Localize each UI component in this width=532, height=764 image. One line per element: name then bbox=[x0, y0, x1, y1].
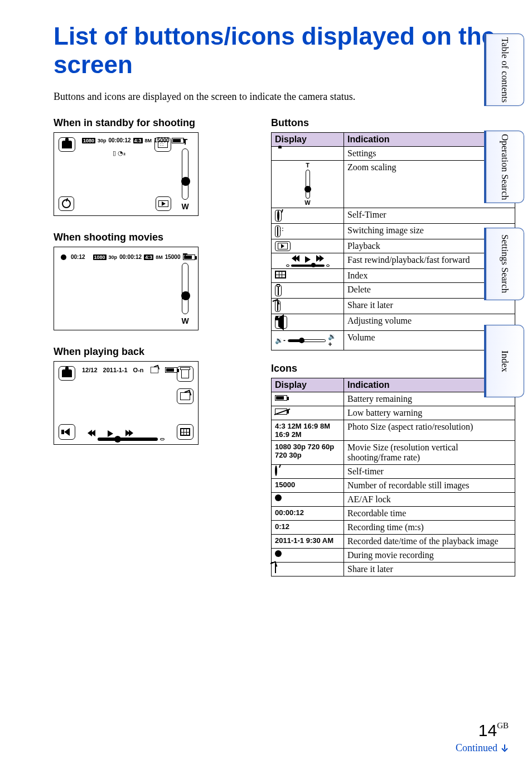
zoom-icon: TW bbox=[275, 162, 340, 206]
aspect-badge: 4:3 bbox=[144, 254, 153, 260]
cell-indication: AE/AF lock bbox=[344, 493, 515, 507]
share-icon bbox=[180, 392, 190, 400]
zoom-strip[interactable]: T W bbox=[177, 137, 194, 211]
zoom-t-label: T bbox=[177, 252, 194, 261]
volume-icon bbox=[278, 314, 284, 330]
heading-buttons: Buttons bbox=[271, 117, 515, 129]
recording-time-value: 0:12 bbox=[272, 521, 344, 535]
photo-mp: 8M bbox=[156, 254, 163, 260]
playback-button[interactable] bbox=[156, 196, 171, 211]
page-footer: 14GB Continued bbox=[456, 721, 509, 754]
intro-text: Buttons and icons are displayed on the s… bbox=[54, 91, 515, 103]
cell-indication: Recorded date/time of the playback image bbox=[344, 535, 515, 549]
recordable-time-value: 00:00:12 bbox=[272, 507, 344, 521]
playback-topline: 12/12 2011-1-1 O-n bbox=[82, 366, 177, 374]
continued-link[interactable]: Continued bbox=[456, 742, 509, 754]
page-number: 14 bbox=[478, 721, 497, 739]
self-timer-icon bbox=[62, 199, 71, 208]
table-row: Delete bbox=[272, 283, 515, 299]
aeaf-lock-icon bbox=[275, 494, 282, 501]
table-row: 00:00:12Recordable time bbox=[272, 507, 515, 521]
zoom-knob[interactable] bbox=[181, 177, 190, 186]
movie-fps: 30p bbox=[109, 254, 118, 260]
table-row: Self-timer bbox=[272, 465, 515, 479]
delete-button[interactable] bbox=[177, 366, 194, 382]
rewind-icon[interactable] bbox=[88, 429, 95, 439]
table-row: Battery remaining bbox=[272, 392, 515, 406]
play-icon bbox=[158, 200, 168, 207]
rec-elapsed: 00:12 bbox=[71, 254, 85, 260]
movie-format-badge: 1080 bbox=[93, 254, 107, 260]
volume-icon bbox=[64, 428, 70, 436]
heading-playback: When playing back bbox=[54, 346, 254, 358]
index-icon bbox=[275, 271, 286, 278]
table-row: Self-Timer bbox=[272, 208, 515, 224]
heading-movies: When shooting movies bbox=[54, 232, 254, 243]
table-row: 1080 30p 720 60p 720 30pMovie Size (reso… bbox=[272, 441, 515, 465]
cell-indication: Self-timer bbox=[344, 465, 515, 479]
buttons-table: DisplayIndication Settings TWZoom scalin… bbox=[271, 132, 515, 350]
index-button[interactable] bbox=[177, 424, 194, 440]
movies-topline: 00:12 1080 30p 00:00:12 4:3 8M 15000 bbox=[61, 254, 195, 260]
table-row: 2011-1-1 9:30 AMRecorded date/time of th… bbox=[272, 535, 515, 549]
count-value: 15000 bbox=[272, 479, 344, 493]
zoom-t-label: T bbox=[177, 137, 194, 146]
side-tabs: Table of contents Operation Search Setti… bbox=[484, 33, 524, 397]
share-icon bbox=[150, 367, 158, 373]
col-display: Display bbox=[272, 133, 344, 147]
standby-screen: 1080 30p 00:00:12 4:3 8M 15000 ▯ ◔₂ T W bbox=[54, 132, 199, 216]
table-row: During movie recording bbox=[272, 549, 515, 563]
arrow-down-icon bbox=[501, 744, 509, 752]
table-row: Share it later bbox=[272, 563, 515, 576]
tab-index[interactable]: Index bbox=[484, 325, 524, 397]
rec-dot-icon bbox=[61, 254, 66, 260]
icons-table: DisplayIndication Battery remaining Low … bbox=[271, 378, 515, 576]
self-timer-icon bbox=[275, 465, 277, 476]
playback-counter: 12/12 bbox=[82, 367, 98, 373]
zoom-knob[interactable] bbox=[181, 291, 190, 300]
photo-mp: 8M bbox=[145, 138, 152, 143]
playback-screen: 12/12 2011-1-1 O-n bbox=[54, 361, 199, 445]
volume-button[interactable] bbox=[59, 424, 75, 440]
col-display: Display bbox=[272, 378, 344, 392]
page-title: List of buttons/icons displayed on the s… bbox=[54, 22, 515, 79]
size-icon bbox=[277, 227, 278, 236]
image-size-button[interactable] bbox=[154, 137, 171, 152]
table-row: AE/AF lock bbox=[272, 493, 515, 507]
zoom-strip[interactable]: T W bbox=[177, 252, 194, 325]
cell-indication: Share it later bbox=[344, 563, 515, 576]
settings-button[interactable] bbox=[59, 137, 75, 152]
table-row: Settings bbox=[272, 147, 515, 161]
tab-settings-search[interactable]: Settings Search bbox=[484, 228, 524, 300]
table-row: Share it later bbox=[272, 299, 515, 314]
recorded-datetime-value: 2011-1-1 9:30 AM bbox=[272, 535, 344, 549]
standby-subline: ▯ ◔₂ bbox=[113, 150, 125, 157]
table-row: 15000Number of recordable still images bbox=[272, 479, 515, 493]
transport-icon bbox=[275, 255, 340, 267]
table-row: 0:12Recording time (m:s) bbox=[272, 521, 515, 535]
heading-icons: Icons bbox=[271, 363, 515, 374]
table-row: Fast rewind/playback/fast forward bbox=[272, 253, 515, 269]
battery-icon bbox=[275, 395, 287, 401]
tab-toc[interactable]: Table of contents bbox=[484, 33, 524, 106]
zoom-track bbox=[182, 263, 188, 314]
playback-progress[interactable] bbox=[98, 438, 165, 441]
cell-indication: During movie recording bbox=[344, 549, 515, 563]
share-icon bbox=[275, 564, 276, 573]
self-timer-button[interactable] bbox=[59, 196, 74, 211]
zoom-w-label: W bbox=[177, 202, 194, 211]
play-icon[interactable] bbox=[108, 430, 113, 437]
table-row: Playback bbox=[272, 239, 515, 253]
tab-operation-search[interactable]: Operation Search bbox=[484, 131, 524, 203]
table-row: Switching image size bbox=[272, 224, 515, 239]
share-icon bbox=[277, 301, 278, 311]
movie-size-icon: 1080 30p 720 60p 720 30p bbox=[272, 441, 344, 465]
settings-button[interactable] bbox=[59, 366, 75, 381]
table-row: Adjusting volume bbox=[272, 314, 515, 331]
battery-icon bbox=[165, 367, 177, 373]
table-row: Low battery warning bbox=[272, 406, 515, 420]
share-button[interactable] bbox=[177, 388, 194, 404]
index-icon bbox=[180, 428, 190, 436]
size-icon bbox=[158, 141, 168, 148]
photo-size-icon: 4:3 12M 16:9 8M 16:9 2M bbox=[272, 420, 344, 441]
